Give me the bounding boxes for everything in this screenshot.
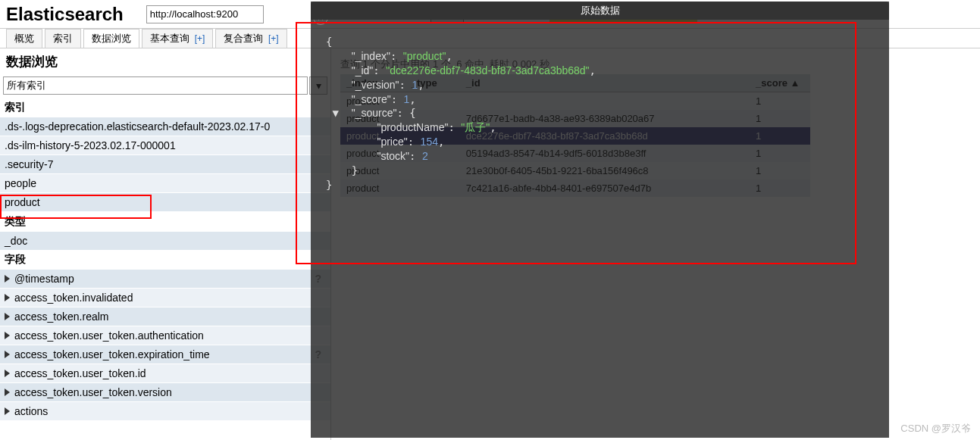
triangle-icon — [5, 294, 10, 301]
tab-indices[interactable]: 索引 — [45, 29, 81, 48]
raw-data-modal: 原始数据 { "_index": "product", "_id": "dce2… — [311, 2, 889, 438]
sidebar: 数据浏览 ▾ 索引 .ds-.logs-deprecation.elastics… — [0, 48, 331, 440]
field-item[interactable]: actions — [0, 402, 330, 420]
raw-data-overlay: ✕ 原始数据 { "_index": "product", "_id": "dc… — [311, 2, 889, 438]
plus-icon[interactable]: [+] — [193, 33, 205, 44]
field-item[interactable]: @timestamp? — [0, 270, 330, 288]
tab-browse[interactable]: 数据浏览 — [83, 29, 139, 48]
field-item[interactable]: access_token.invalidated — [0, 289, 330, 307]
index-item[interactable]: .security-7 — [0, 155, 330, 173]
field-item[interactable]: access_token.user_token.id — [0, 364, 330, 382]
tab-overview[interactable]: 概览 — [6, 29, 42, 48]
tab-compound-query[interactable]: 复合查询 [+] — [215, 29, 286, 48]
triangle-icon — [5, 332, 10, 339]
modal-title: 原始数据 — [311, 2, 889, 20]
index-item[interactable]: .ds-ilm-history-5-2023.02.17-000001 — [0, 136, 330, 154]
field-item[interactable]: access_token.user_token.expiration_time? — [0, 345, 330, 364]
field-item[interactable]: access_token.user_token.authentication — [0, 326, 330, 345]
field-item[interactable]: access_token.realm — [0, 307, 330, 326]
triangle-icon — [5, 407, 10, 415]
plus-icon[interactable]: [+] — [266, 33, 279, 44]
types-heading: 类型 — [0, 212, 330, 232]
index-filter-input[interactable] — [3, 76, 308, 95]
type-item[interactable]: _doc — [0, 232, 330, 250]
section-title: 数据浏览 — [0, 48, 330, 75]
json-viewer[interactable]: { "_index": "product", "_id": "dce2276e-… — [311, 20, 889, 208]
fields-heading: 字段 — [0, 250, 330, 270]
cluster-url-input[interactable] — [146, 5, 264, 23]
field-item[interactable]: access_token.user_token.version — [0, 383, 330, 401]
index-item[interactable]: product — [0, 193, 330, 211]
triangle-icon — [5, 389, 10, 396]
triangle-icon — [5, 275, 10, 282]
app-logo: Elasticsearch — [6, 4, 146, 25]
watermark: CSDN @罗汉爷 — [900, 422, 971, 435]
triangle-icon — [5, 370, 10, 377]
triangle-icon — [5, 351, 10, 358]
index-item[interactable]: .ds-.logs-deprecation.elasticsearch-defa… — [0, 117, 330, 136]
indices-heading: 索引 — [0, 98, 330, 117]
tab-basic-query[interactable]: 基本查询 [+] — [142, 29, 213, 48]
triangle-icon — [5, 313, 10, 320]
index-item[interactable]: people — [0, 174, 330, 192]
